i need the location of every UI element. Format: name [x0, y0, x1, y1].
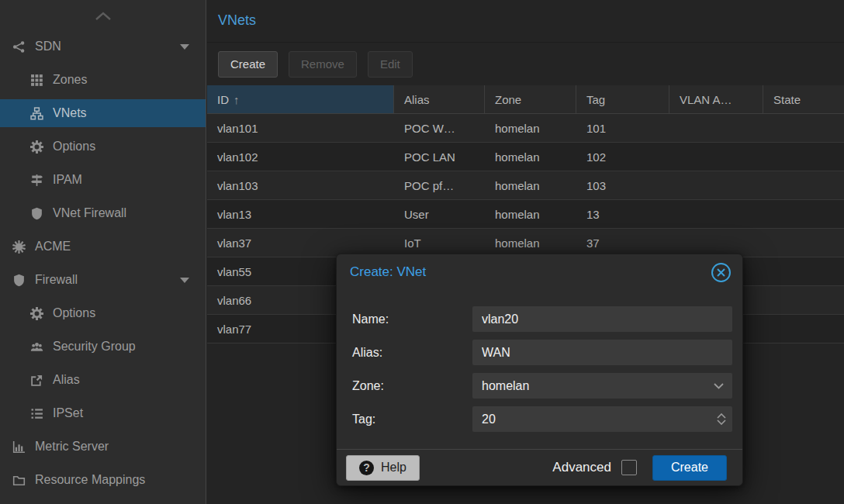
page-header: VNets — [207, 0, 844, 43]
caret-down-icon[interactable] — [180, 44, 189, 50]
sidebar-item-options[interactable]: Options — [0, 133, 206, 161]
tag-spinner[interactable] — [717, 406, 726, 432]
cell-state — [763, 229, 844, 257]
zone-select[interactable]: homelan — [472, 373, 732, 399]
cell-state — [763, 200, 844, 228]
cell-state — [763, 143, 844, 171]
cell-alias: POC pf… — [394, 171, 485, 199]
dialog-title: Create: VNet — [350, 264, 710, 280]
column-header-label: State — [773, 93, 801, 106]
sidebar-item-label: Security Group — [53, 340, 136, 354]
users-icon — [27, 340, 46, 354]
sidebar-item-label: IPAM — [53, 173, 82, 187]
sidebar-item-label: Firewall — [35, 273, 78, 287]
sidebar-item-resource-mappings[interactable]: Resource Mappings — [0, 466, 206, 494]
help-button[interactable]: ? Help — [346, 455, 420, 481]
cell-alias: User — [394, 200, 485, 228]
cell-tag: 13 — [576, 200, 669, 228]
dialog-form: Name: Alias: Zone: homelan — [337, 290, 742, 432]
table-row[interactable]: vlan103POC pf…homelan103 — [207, 171, 844, 200]
cell-state — [763, 286, 844, 314]
sidebar-item-label: Alias — [53, 373, 80, 387]
cell-zone: homelan — [485, 171, 576, 199]
sidebar-item-ipam[interactable]: IPAM — [0, 166, 206, 194]
table-row[interactable]: vlan13Userhomelan13 — [207, 200, 844, 229]
dialog-title-bar: Create: VNet — [337, 254, 742, 290]
create-button[interactable]: Create — [218, 51, 278, 78]
sidebar-item-label: Options — [53, 140, 95, 154]
zone-field-label: Zone: — [352, 379, 472, 393]
question-circle-icon: ? — [359, 461, 374, 475]
sidebar-item-label: Resource Mappings — [35, 473, 145, 487]
alias-input[interactable] — [472, 340, 732, 365]
cell-id: vlan102 — [207, 143, 394, 171]
column-header-label: Alias — [404, 93, 430, 106]
alias-field-label: Alias: — [352, 346, 472, 360]
list-ol-icon — [27, 407, 46, 420]
sidebar-item-label: SDN — [35, 40, 61, 54]
badge-icon — [9, 240, 28, 254]
cell-id: vlan101 — [207, 114, 394, 142]
cell-alias: POC W… — [394, 114, 485, 142]
column-header-vlan-a-[interactable]: VLAN A… — [669, 85, 763, 113]
cell-state — [763, 114, 844, 142]
name-input[interactable] — [472, 306, 732, 332]
chevron-down-icon[interactable] — [714, 373, 724, 399]
cell-zone: homelan — [485, 143, 576, 171]
folder-icon — [9, 474, 28, 487]
cell-vlan_aware — [669, 229, 763, 257]
sidebar-item-label: Zones — [53, 73, 87, 87]
sidebar-item-label: ACME — [35, 240, 71, 254]
advanced-checkbox[interactable] — [621, 460, 637, 475]
cell-tag: 103 — [576, 171, 669, 199]
cell-state — [763, 171, 844, 199]
chevron-up-icon[interactable] — [0, 0, 206, 33]
table-row[interactable]: vlan102POC LANhomelan102 — [207, 143, 844, 171]
spinner-down-icon — [717, 419, 726, 425]
tag-input[interactable] — [472, 406, 732, 432]
cell-vlan_aware — [669, 143, 763, 171]
cell-zone: homelan — [485, 229, 576, 257]
sidebar-item-vnets[interactable]: VNets — [0, 99, 206, 127]
sidebar-item-sdn[interactable]: SDN — [0, 33, 206, 60]
cell-zone: homelan — [485, 114, 576, 142]
dialog-footer: ? Help Advanced Create — [337, 449, 742, 485]
close-icon[interactable] — [710, 261, 732, 283]
column-header-zone[interactable]: Zone — [485, 85, 576, 113]
sidebar-item-options[interactable]: Options — [0, 299, 206, 327]
sidebar-item-zones[interactable]: Zones — [0, 66, 206, 94]
cell-vlan_aware — [669, 200, 763, 228]
sidebar-item-security-group[interactable]: Security Group — [0, 333, 206, 361]
sidebar-item-acme[interactable]: ACME — [0, 233, 206, 261]
column-header-label: Tag — [586, 93, 605, 106]
sidebar-item-metric-server[interactable]: Metric Server — [0, 433, 206, 461]
gear-icon — [27, 140, 46, 154]
sidebar-item-vnet-firewall[interactable]: VNet Firewall — [0, 199, 206, 227]
sidebar-item-label: VNets — [53, 106, 87, 120]
column-header-id[interactable]: ID↑ — [207, 85, 394, 113]
tag-field-label: Tag: — [352, 413, 472, 426]
column-header-state[interactable]: State — [763, 85, 844, 113]
share-nodes-icon — [9, 40, 28, 54]
page-title: VNets — [218, 12, 256, 29]
dialog-create-button[interactable]: Create — [652, 455, 727, 481]
sidebar-item-ipset[interactable]: IPSet — [0, 399, 206, 427]
sidebar-item-firewall[interactable]: Firewall — [0, 266, 206, 294]
sidebar-item-label: IPSet — [53, 406, 83, 420]
gear-icon — [27, 307, 46, 320]
column-header-alias[interactable]: Alias — [394, 85, 485, 113]
edit-button[interactable]: Edit — [368, 51, 413, 78]
create-vnet-dialog: Create: VNet Name: Alias: — [336, 254, 743, 486]
help-button-label: Help — [381, 461, 406, 475]
cell-state — [763, 257, 844, 285]
remove-button[interactable]: Remove — [289, 51, 357, 78]
table-row[interactable]: vlan101POC W…homelan101 — [207, 114, 844, 143]
column-header-label: Zone — [495, 93, 521, 106]
sidebar-item-label: Metric Server — [35, 440, 109, 454]
caret-down-icon[interactable] — [180, 278, 189, 283]
chart-bar-icon — [9, 440, 28, 454]
column-header-tag[interactable]: Tag — [576, 85, 669, 113]
sidebar-item-alias[interactable]: Alias — [0, 366, 206, 394]
cell-alias: POC LAN — [394, 143, 485, 171]
sidebar-item-label: Options — [53, 306, 95, 320]
